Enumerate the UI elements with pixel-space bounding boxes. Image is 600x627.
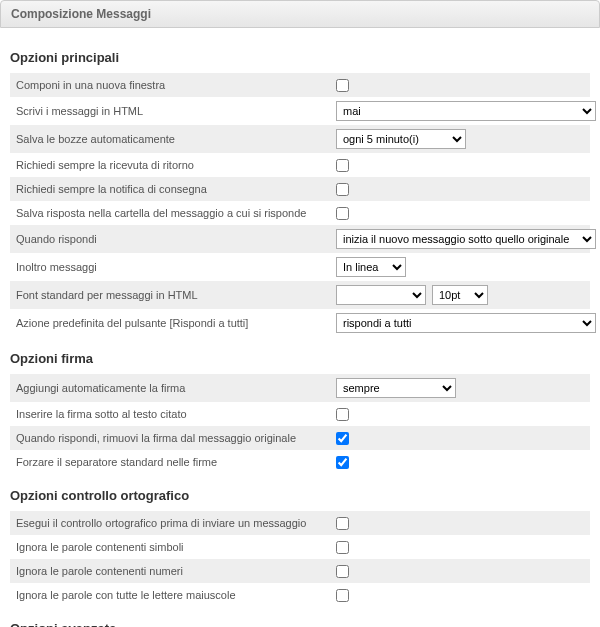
section-sig-title: Opzioni firma bbox=[10, 351, 590, 366]
checkbox-compose-new-window[interactable] bbox=[336, 79, 349, 92]
row-default-font: Font standard per messaggi in HTML 10pt bbox=[10, 281, 590, 309]
row-spell-ignore-syms: Ignora le parole contenenti simboli bbox=[10, 535, 590, 559]
label-reply-mode: Quando rispondi bbox=[16, 233, 336, 245]
checkbox-sig-strip-reply[interactable] bbox=[336, 432, 349, 445]
select-default-font-family[interactable] bbox=[336, 285, 426, 305]
row-mdn-always: Richiedi sempre la ricevuta di ritorno bbox=[10, 153, 590, 177]
checkbox-spell-ignore-nums[interactable] bbox=[336, 565, 349, 578]
checkbox-sig-force-sep[interactable] bbox=[336, 456, 349, 469]
label-sig-strip-reply: Quando rispondi, rimuovi la firma dal me… bbox=[16, 432, 336, 444]
label-forward-mode: Inoltro messaggi bbox=[16, 261, 336, 273]
checkbox-spell-ignore-syms[interactable] bbox=[336, 541, 349, 554]
row-dsn-always: Richiedi sempre la notifica di consegna bbox=[10, 177, 590, 201]
label-dsn-always: Richiedi sempre la notifica di consegna bbox=[16, 183, 336, 195]
select-reply-all-default[interactable]: rispondi a tutti bbox=[336, 313, 596, 333]
label-spell-before-send: Esegui il controllo ortografico prima di… bbox=[16, 517, 336, 529]
row-reply-mode: Quando rispondi inizia il nuovo messaggi… bbox=[10, 225, 590, 253]
section-adv-title: Opzioni avanzate bbox=[10, 621, 590, 627]
checkbox-dsn-always[interactable] bbox=[336, 183, 349, 196]
label-autosave-drafts: Salva le bozze automaticamente bbox=[16, 133, 336, 145]
select-forward-mode[interactable]: In linea bbox=[336, 257, 406, 277]
row-sig-strip-reply: Quando rispondi, rimuovi la firma dal me… bbox=[10, 426, 590, 450]
select-autosave-drafts[interactable]: ogni 5 minuto(i) bbox=[336, 129, 466, 149]
row-spell-ignore-caps: Ignora le parole con tutte le lettere ma… bbox=[10, 583, 590, 607]
checkbox-spell-ignore-caps[interactable] bbox=[336, 589, 349, 602]
checkbox-mdn-always[interactable] bbox=[336, 159, 349, 172]
label-sig-below: Inserire la firma sotto al testo citato bbox=[16, 408, 336, 420]
checkbox-sig-below[interactable] bbox=[336, 408, 349, 421]
row-spell-before-send: Esegui il controllo ortografico prima di… bbox=[10, 511, 590, 535]
label-reply-all-default: Azione predefinita del pulsante [Rispond… bbox=[16, 317, 336, 329]
row-spell-ignore-nums: Ignora le parole contenenti numeri bbox=[10, 559, 590, 583]
label-sig-force-sep: Forzare il separatore standard nelle fir… bbox=[16, 456, 336, 468]
select-sig-auto[interactable]: sempre bbox=[336, 378, 456, 398]
label-sig-auto: Aggiungi automaticamente la firma bbox=[16, 382, 336, 394]
row-autosave-drafts: Salva le bozze automaticamente ogni 5 mi… bbox=[10, 125, 590, 153]
row-forward-mode: Inoltro messaggi In linea bbox=[10, 253, 590, 281]
select-compose-html[interactable]: mai bbox=[336, 101, 596, 121]
label-spell-ignore-nums: Ignora le parole contenenti numeri bbox=[16, 565, 336, 577]
row-compose-html: Scrivi i messaggi in HTML mai bbox=[10, 97, 590, 125]
select-reply-mode[interactable]: inizia il nuovo messaggio sotto quello o… bbox=[336, 229, 596, 249]
row-compose-new-window: Componi in una nuova finestra bbox=[10, 73, 590, 97]
label-reply-same-folder: Salva risposta nella cartella del messag… bbox=[16, 207, 336, 219]
panel-title: Composizione Messaggi bbox=[11, 7, 151, 21]
row-reply-all-default: Azione predefinita del pulsante [Rispond… bbox=[10, 309, 590, 337]
label-compose-new-window: Componi in una nuova finestra bbox=[16, 79, 336, 91]
section-main-title: Opzioni principali bbox=[10, 50, 590, 65]
section-spell-title: Opzioni controllo ortografico bbox=[10, 488, 590, 503]
row-sig-force-sep: Forzare il separatore standard nelle fir… bbox=[10, 450, 590, 474]
row-reply-same-folder: Salva risposta nella cartella del messag… bbox=[10, 201, 590, 225]
settings-form: Opzioni principali Componi in una nuova … bbox=[0, 28, 600, 627]
row-sig-below: Inserire la firma sotto al testo citato bbox=[10, 402, 590, 426]
checkbox-reply-same-folder[interactable] bbox=[336, 207, 349, 220]
checkbox-spell-before-send[interactable] bbox=[336, 517, 349, 530]
select-default-font-size[interactable]: 10pt bbox=[432, 285, 488, 305]
panel-header: Composizione Messaggi bbox=[0, 0, 600, 28]
row-sig-auto: Aggiungi automaticamente la firma sempre bbox=[10, 374, 590, 402]
label-spell-ignore-syms: Ignora le parole contenenti simboli bbox=[16, 541, 336, 553]
label-mdn-always: Richiedi sempre la ricevuta di ritorno bbox=[16, 159, 336, 171]
label-default-font: Font standard per messaggi in HTML bbox=[16, 289, 336, 301]
label-spell-ignore-caps: Ignora le parole con tutte le lettere ma… bbox=[16, 589, 336, 601]
label-compose-html: Scrivi i messaggi in HTML bbox=[16, 105, 336, 117]
